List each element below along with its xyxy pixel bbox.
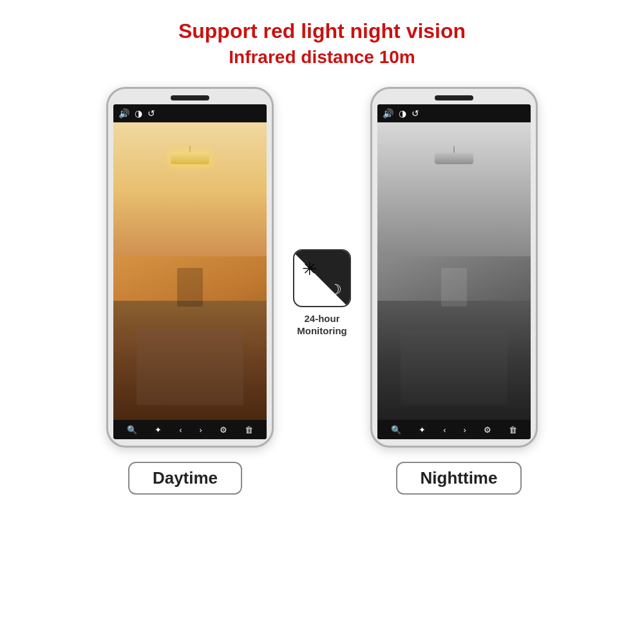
phones-row: 🔊 ◑ ↺ 🔍 ✦ ‹ › ⚙ 🗑 [106, 87, 538, 448]
contrast-icon-day: ◑ [135, 108, 142, 118]
delete-icon-night: 🗑 [509, 425, 517, 435]
main-title: Support red light night vision [178, 19, 466, 43]
camera-feed-day [113, 122, 267, 420]
phone-screen-day: 🔊 ◑ ↺ 🔍 ✦ ‹ › ⚙ 🗑 [113, 104, 267, 439]
badge-icon-box: ✳ ☽ [293, 249, 351, 307]
phone-speaker-night [435, 95, 473, 100]
refresh-icon-night: ↺ [412, 108, 419, 118]
chandelier-day [164, 146, 216, 166]
refresh-icon-day: ↺ [147, 108, 155, 118]
brightness-icon-day: ✦ [155, 425, 162, 435]
settings-icon-day: ⚙ [220, 425, 227, 435]
door-night [441, 268, 467, 307]
phone-labels-row: Daytime Nighttime [97, 462, 547, 495]
prev-icon-night: ‹ [443, 425, 446, 435]
contrast-icon-night: ◑ [399, 108, 406, 118]
settings-icon-night: ⚙ [484, 425, 491, 435]
phone-toolbar-night: 🔊 ◑ ↺ [377, 104, 531, 122]
delete-icon-day: 🗑 [245, 425, 253, 435]
volume-icon-night: 🔊 [383, 108, 393, 118]
next-icon-night: › [463, 425, 466, 435]
header: Support red light night vision Infrared … [178, 0, 466, 68]
day-night-badge: ✳ ☽ 24-hour Monitoring [293, 249, 351, 337]
badge-label: 24-hour Monitoring [297, 312, 346, 337]
phone-speaker-day [171, 95, 209, 100]
zoom-icon-night: 🔍 [391, 425, 401, 435]
room-image-night [377, 122, 531, 420]
door-day [177, 268, 203, 307]
sun-icon: ✳ [302, 258, 317, 279]
brightness-icon-night: ✦ [419, 425, 426, 435]
nighttime-label: Nighttime [396, 462, 522, 495]
room-image-day [113, 122, 267, 420]
next-icon-day: › [199, 425, 202, 435]
chandelier-night [428, 146, 480, 166]
moon-icon: ☽ [329, 281, 342, 298]
phone-daytime: 🔊 ◑ ↺ 🔍 ✦ ‹ › ⚙ 🗑 [106, 87, 274, 448]
volume-icon-day: 🔊 [118, 108, 129, 118]
nighttime-label-box: Nighttime [370, 462, 547, 495]
phone-screen-night: 🔊 ◑ ↺ 🔍 ✦ ‹ › ⚙ 🗑 [377, 104, 531, 439]
phone-bottom-bar-night: 🔍 ✦ ‹ › ⚙ 🗑 [377, 420, 531, 439]
phone-bottom-bar-day: 🔍 ✦ ‹ › ⚙ 🗑 [113, 420, 267, 439]
phone-toolbar-day: 🔊 ◑ ↺ [113, 104, 267, 122]
table-night [401, 330, 508, 405]
sub-title: Infrared distance 10m [178, 47, 466, 68]
phone-nighttime: 🔊 ◑ ↺ 🔍 ✦ ‹ › ⚙ 🗑 [370, 87, 538, 448]
prev-icon-day: ‹ [179, 425, 182, 435]
table-day [137, 330, 244, 405]
zoom-icon-day: 🔍 [127, 425, 137, 435]
daytime-label: Daytime [128, 462, 242, 495]
camera-feed-night [377, 122, 531, 420]
daytime-label-box: Daytime [97, 462, 274, 495]
